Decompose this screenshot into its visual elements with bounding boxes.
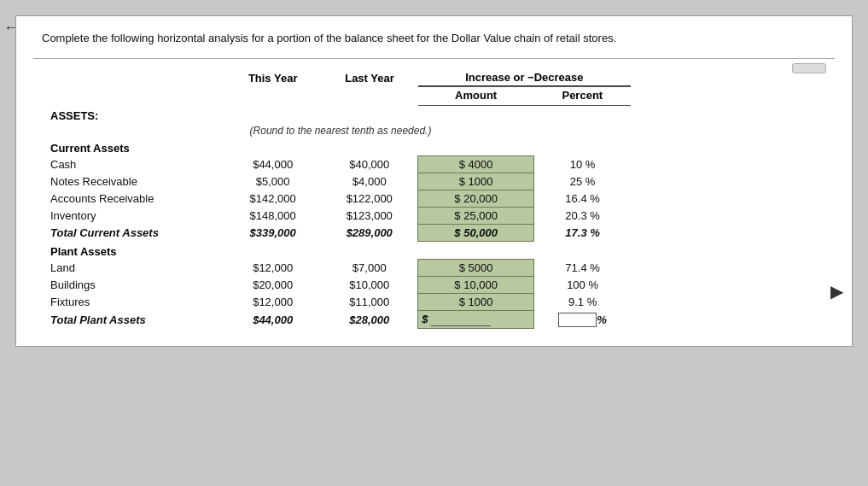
label-cell: Fixtures	[50, 294, 224, 311]
label-cell: Land	[50, 260, 224, 277]
section-label-row: ASSETS:	[50, 106, 631, 124]
this-year-subheader	[224, 87, 321, 106]
last-year-cell: $40,000	[321, 156, 417, 173]
percent-cell: 100 %	[534, 277, 631, 294]
last-year-cell: $122,000	[321, 190, 417, 208]
label-cell: Accounts Receivable	[50, 190, 224, 208]
percent-cell: 25 %	[534, 173, 631, 190]
amount-cell: $ 20,000	[418, 190, 534, 208]
percent-cell: 71.4 %	[534, 260, 631, 277]
section-label: Plant Assets	[50, 242, 631, 260]
this-year-cell: $142,000	[224, 190, 321, 208]
last-year-cell: $11,000	[321, 294, 417, 311]
empty-subheader	[50, 87, 224, 106]
total-this-year-cell: $339,000	[224, 225, 321, 242]
round-note-row: (Round to the nearest tenth as needed.)	[50, 123, 631, 138]
table-wrapper: This Year Last Year Increase or −Decreas…	[50, 69, 835, 329]
total-plant-amount-cell[interactable]: $	[418, 311, 534, 329]
total-label-cell: Total Current Assets	[50, 225, 224, 242]
section-label: ASSETS:	[50, 106, 631, 124]
section-label-row: Current Assets	[50, 138, 631, 156]
this-year-cell: $20,000	[224, 277, 321, 294]
label-cell: Cash	[50, 156, 224, 173]
last-year-header: Last Year	[321, 69, 417, 87]
total-amount-cell: $ 50,000	[418, 225, 534, 242]
total-plant-percent-cell[interactable]: %	[534, 311, 631, 329]
total-plant-last-year: $28,000	[321, 311, 417, 329]
this-year-cell: $148,000	[224, 208, 321, 225]
mouse-cursor: ▶	[830, 281, 843, 302]
percent-subheader: Percent	[534, 87, 631, 106]
this-year-header: This Year	[224, 69, 321, 87]
last-year-cell: $10,000	[321, 277, 417, 294]
empty-header	[50, 69, 224, 87]
amount-subheader: Amount	[418, 87, 534, 106]
analysis-table: This Year Last Year Increase or −Decreas…	[50, 69, 631, 329]
amount-cell: $ 4000	[418, 156, 534, 173]
data-row: Inventory$148,000$123,000$ 25,00020.3 %	[50, 208, 631, 225]
round-note: (Round to the nearest tenth as needed.)	[50, 123, 631, 138]
data-row: Notes Receivable$5,000$4,000$ 100025 %	[50, 173, 631, 190]
percent-input[interactable]	[558, 313, 597, 327]
last-year-cell: $123,000	[321, 208, 417, 225]
dollar-prefix: $	[422, 313, 431, 325]
label-cell: Buildings	[50, 277, 224, 294]
section-label: Current Assets	[50, 138, 631, 156]
percent-cell: 9.1 %	[534, 294, 631, 311]
percent-cell: 10 %	[534, 156, 631, 173]
header-row-2: Amount Percent	[50, 87, 631, 106]
total-last-year-cell: $289,000	[321, 225, 417, 242]
this-year-cell: $5,000	[224, 173, 321, 190]
label-cell: Notes Receivable	[50, 173, 224, 190]
total-input-row: Total Plant Assets$44,000$28,000$ %	[50, 311, 631, 329]
percent-suffix: %	[597, 313, 607, 326]
amount-cell: $ 5000	[418, 260, 534, 277]
this-year-cell: $44,000	[224, 156, 321, 173]
increase-decrease-header: Increase or −Decrease	[418, 69, 631, 87]
data-row: Land$12,000$7,000$ 500071.4 %	[50, 260, 631, 277]
total-plant-this-year: $44,000	[224, 311, 321, 329]
percent-cell: 20.3 %	[534, 208, 631, 225]
amount-cell: $ 10,000	[418, 277, 534, 294]
scroll-handle[interactable]	[792, 63, 826, 73]
section-label-row: Plant Assets	[50, 242, 631, 260]
page-container: Complete the following horizontal analys…	[15, 15, 853, 347]
amount-cell: $ 1000	[418, 294, 534, 311]
amount-input[interactable]	[431, 313, 491, 326]
data-row: Fixtures$12,000$11,000$ 10009.1 %	[50, 294, 631, 311]
total-row: Total Current Assets$339,000$289,000$ 50…	[50, 225, 631, 242]
this-year-cell: $12,000	[224, 260, 321, 277]
total-plant-label: Total Plant Assets	[50, 311, 224, 329]
total-percent-cell: 17.3 %	[534, 225, 631, 242]
data-row: Accounts Receivable$142,000$122,000$ 20,…	[50, 190, 631, 208]
amount-cell: $ 1000	[418, 173, 534, 190]
this-year-cell: $12,000	[224, 294, 321, 311]
label-cell: Inventory	[50, 208, 224, 225]
table-body: ASSETS:(Round to the nearest tenth as ne…	[50, 106, 631, 329]
header-row-1: This Year Last Year Increase or −Decreas…	[50, 69, 631, 87]
last-year-cell: $7,000	[321, 260, 417, 277]
last-year-subheader	[321, 87, 417, 106]
divider	[33, 58, 835, 59]
data-row: Buildings$20,000$10,000$ 10,000100 %	[50, 277, 631, 294]
data-row: Cash$44,000$40,000$ 400010 %	[50, 156, 631, 173]
instruction-text: Complete the following horizontal analys…	[33, 32, 835, 44]
percent-cell: 16.4 %	[534, 190, 631, 208]
last-year-cell: $4,000	[321, 173, 417, 190]
amount-cell: $ 25,000	[418, 208, 534, 225]
